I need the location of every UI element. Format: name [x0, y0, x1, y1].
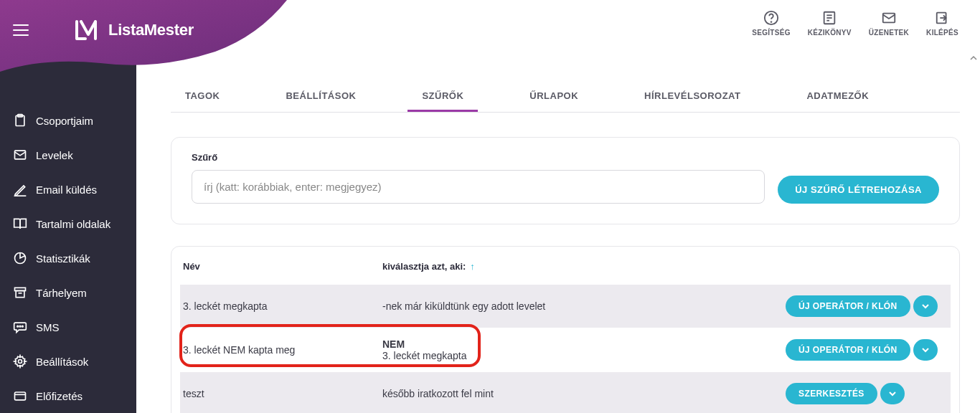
- svg-point-19: [22, 326, 24, 327]
- row-dropdown-button[interactable]: [880, 383, 905, 404]
- sidebar-item-letters[interactable]: Levelek: [0, 138, 136, 172]
- messages-link[interactable]: ÜZENETEK: [869, 10, 909, 37]
- sort-ascending-icon: ↑: [470, 261, 475, 272]
- row-name: 3. leckét megkapta: [180, 300, 382, 312]
- card-icon: [13, 389, 27, 403]
- sidebar-item-groups[interactable]: Csoportjaim: [0, 103, 136, 138]
- tab-datafields[interactable]: ADATMEZŐK: [792, 82, 883, 112]
- manual-link[interactable]: KÉZIKÖNYV: [808, 10, 852, 37]
- archive-icon: [13, 285, 27, 300]
- filter-card: Szűrő ÚJ SZŰRŐ LÉTREHOZÁSA: [171, 137, 960, 224]
- logo[interactable]: ListaMester: [75, 20, 194, 40]
- svg-point-1: [771, 22, 772, 22]
- logo-icon: [75, 20, 101, 40]
- sidebar-item-label: Beállítások: [36, 356, 88, 368]
- chevron-down-icon: [889, 390, 896, 397]
- help-label: SEGÍTSÉG: [752, 29, 791, 37]
- chevron-down-icon: [922, 303, 929, 310]
- table-row: 3. leckét megkapta -nek már kiküldtünk e…: [180, 285, 951, 328]
- row-desc: -nek már kiküldtünk egy adott levelet: [382, 300, 786, 312]
- help-icon: [763, 10, 779, 26]
- table-row: 3. leckét NEM kapta meg NEM 3. leckét me…: [180, 328, 951, 372]
- svg-point-20: [19, 360, 22, 364]
- sidebar-item-settings[interactable]: Beállítások: [0, 344, 136, 379]
- sidebar-item-storage[interactable]: Tárhelyem: [0, 275, 136, 310]
- book-icon: [821, 10, 837, 26]
- messages-label: ÜZENETEK: [869, 29, 909, 37]
- row-desc: NEM 3. leckét megkapta: [382, 338, 786, 361]
- tab-filters[interactable]: SZŰRŐK: [407, 82, 478, 112]
- col-header-name[interactable]: Név: [180, 261, 382, 272]
- edit-button[interactable]: SZERKESZTÉS: [786, 383, 877, 404]
- sidebar-item-label: SMS: [36, 321, 60, 333]
- sidebar-item-subscription[interactable]: Előfizetés: [0, 379, 136, 413]
- filter-label: Szűrő: [192, 152, 765, 163]
- sidebar-item-pages[interactable]: Tartalmi oldalak: [0, 206, 136, 241]
- row-desc: később iratkozott fel mint: [382, 388, 786, 399]
- tab-settings[interactable]: BEÁLLÍTÁSOK: [271, 82, 370, 112]
- logo-text: ListaMester: [108, 21, 194, 39]
- sidebar: ListaMester Csoportjaim Levelek Email kü…: [0, 0, 136, 413]
- tabs: TAGOK BEÁLLÍTÁSOK SZŰRŐK ŰRLAPOK HÍRLEVÉ…: [171, 82, 960, 113]
- chevron-down-icon: [922, 346, 929, 353]
- filter-input[interactable]: [192, 170, 765, 204]
- envelope-icon: [881, 10, 897, 26]
- sidebar-item-sms[interactable]: SMS: [0, 310, 136, 344]
- tab-newsletter[interactable]: HÍRLEVÉLSOROZAT: [630, 82, 755, 112]
- sidebar-item-label: Csoportjaim: [36, 115, 93, 127]
- clipboard-icon: [13, 113, 27, 128]
- logout-label: KILÉPÉS: [926, 29, 958, 37]
- logout-link[interactable]: KILÉPÉS: [926, 10, 958, 37]
- pencil-icon: [13, 182, 27, 196]
- sidebar-item-label: Statisztikák: [36, 252, 90, 265]
- svg-rect-21: [15, 392, 26, 400]
- table-row: teszt később iratkozott fel mint SZERKES…: [180, 372, 951, 413]
- row-name: teszt: [180, 388, 382, 399]
- menu-toggle[interactable]: [13, 24, 29, 36]
- chart-pie-icon: [13, 251, 27, 265]
- row-name: 3. leckét NEM kapta meg: [180, 344, 382, 356]
- manual-label: KÉZIKÖNYV: [808, 29, 852, 37]
- row-dropdown-button[interactable]: [913, 339, 938, 361]
- tab-members[interactable]: TAGOK: [171, 82, 234, 112]
- filters-table: Név kiválasztja azt, aki: ↑ 3. leckét me…: [171, 246, 960, 413]
- tab-forms[interactable]: ŰRLAPOK: [515, 82, 593, 112]
- svg-point-17: [17, 326, 19, 327]
- sidebar-item-label: Levelek: [36, 149, 73, 161]
- row-dropdown-button[interactable]: [913, 295, 938, 317]
- gear-icon: [13, 354, 27, 369]
- create-filter-button[interactable]: ÚJ SZŰRŐ LÉTREHOZÁSA: [778, 176, 939, 204]
- scroll-up-icon[interactable]: [970, 54, 977, 62]
- operator-clone-button[interactable]: ÚJ OPERÁTOR / KLÓN: [786, 339, 910, 361]
- svg-point-18: [19, 326, 21, 327]
- logout-icon: [935, 10, 951, 26]
- chat-icon: [13, 320, 27, 334]
- main-content: TAGOK BEÁLLÍTÁSOK SZŰRŐK ŰRLAPOK HÍRLEVÉ…: [136, 52, 980, 413]
- sidebar-item-label: Tárhelyem: [36, 287, 87, 299]
- help-link[interactable]: SEGÍTSÉG: [752, 10, 791, 37]
- mail-icon: [13, 148, 27, 162]
- sidebar-item-label: Email küldés: [36, 184, 97, 196]
- col-header-desc[interactable]: kiválasztja azt, aki: ↑: [382, 261, 786, 272]
- sidebar-item-label: Tartalmi oldalak: [36, 218, 110, 230]
- operator-clone-button[interactable]: ÚJ OPERÁTOR / KLÓN: [786, 295, 910, 317]
- svg-rect-15: [16, 291, 24, 298]
- sidebar-item-label: Előfizetés: [36, 390, 83, 402]
- sidebar-item-stats[interactable]: Statisztikák: [0, 241, 136, 275]
- sidebar-item-send[interactable]: Email küldés: [0, 172, 136, 206]
- book-open-icon: [13, 217, 27, 231]
